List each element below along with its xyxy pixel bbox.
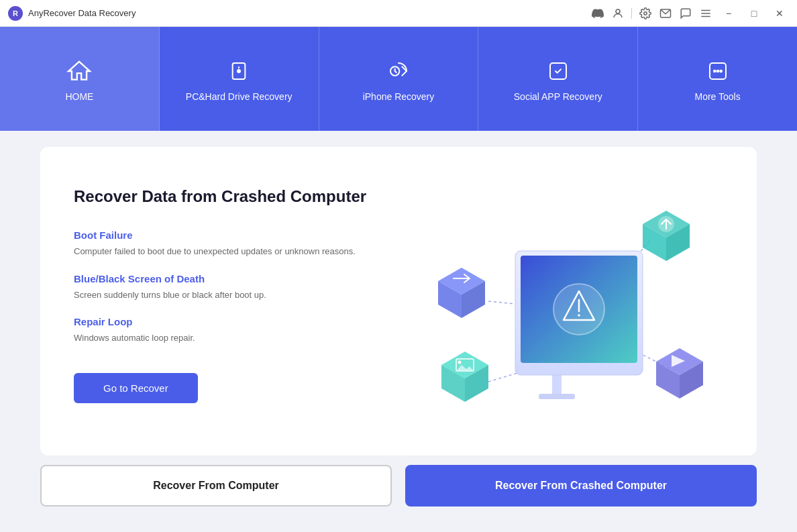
repair-loop-title[interactable]: Repair Loop xyxy=(74,316,374,327)
iphone-icon xyxy=(384,56,413,86)
chat-icon[interactable] xyxy=(679,7,692,20)
svg-rect-20 xyxy=(539,394,575,399)
svg-point-1 xyxy=(644,11,647,15)
app-logo: R xyxy=(8,6,23,21)
nav-pc-label: PC&Hard Drive Recovery xyxy=(186,91,293,102)
minimize-button[interactable]: − xyxy=(719,4,738,23)
maximize-button[interactable]: □ xyxy=(745,4,763,23)
settings-icon[interactable] xyxy=(639,7,652,20)
svg-point-13 xyxy=(716,70,719,72)
mail-icon[interactable] xyxy=(659,7,672,20)
more-tools-icon xyxy=(703,56,733,86)
nav-iphone-label: iPhone Recovery xyxy=(363,91,435,102)
feature-blue-black-screen: Blue/Black Screen of Death Screen sudden… xyxy=(74,273,374,302)
card-illustration xyxy=(401,174,723,429)
feature-boot-failure: Boot Failure Computer failed to boot due… xyxy=(74,229,374,258)
svg-point-7 xyxy=(237,70,240,72)
main-content: Recover Data from Crashed Computer Boot … xyxy=(0,131,797,456)
pc-harddrive-icon xyxy=(224,56,254,86)
feature-repair-loop: Repair Loop Windows automatic loop repai… xyxy=(74,316,374,345)
social-app-icon xyxy=(543,56,573,86)
svg-point-26 xyxy=(578,314,580,317)
blue-black-desc: Screen suddenly turns blue or black afte… xyxy=(74,288,374,302)
boot-failure-desc: Computer failed to boot due to unexpecte… xyxy=(74,245,374,258)
menu-icon[interactable] xyxy=(699,7,712,20)
nav-home[interactable]: HOME xyxy=(0,27,160,131)
titlebar: R AnyRecover Data Recovery − □ ✕ xyxy=(0,0,797,27)
app-title: AnyRecover Data Recovery xyxy=(28,8,136,18)
nav-more-label: More Tools xyxy=(694,91,740,102)
home-icon xyxy=(64,56,94,86)
titlebar-icons: − □ ✕ xyxy=(591,4,789,23)
content-card: Recover Data from Crashed Computer Boot … xyxy=(40,147,757,456)
svg-point-0 xyxy=(616,9,620,13)
boot-failure-title[interactable]: Boot Failure xyxy=(74,229,374,241)
card-left: Recover Data from Crashed Computer Boot … xyxy=(74,174,374,403)
nav-home-label: HOME xyxy=(65,91,93,102)
recover-from-crashed-computer-button[interactable]: Recover From Crashed Computer xyxy=(405,465,757,507)
go-to-recover-button[interactable]: Go to Recover xyxy=(74,373,198,403)
nav-social-app[interactable]: Social APP Recovery xyxy=(478,27,638,131)
repair-loop-desc: Windows automatic loop repair. xyxy=(74,331,374,345)
svg-point-12 xyxy=(714,70,716,72)
nav-more-tools[interactable]: More Tools xyxy=(638,27,797,131)
blue-black-title[interactable]: Blue/Black Screen of Death xyxy=(74,273,374,284)
profile-icon[interactable] xyxy=(611,7,625,20)
svg-point-14 xyxy=(720,70,722,72)
titlebar-separator xyxy=(631,8,632,19)
recover-from-computer-button[interactable]: Recover From Computer xyxy=(40,465,392,507)
bottom-bar: Recover From Computer Recover From Crash… xyxy=(0,456,797,516)
nav-iphone-recovery[interactable]: iPhone Recovery xyxy=(319,27,479,131)
discord-icon[interactable] xyxy=(591,7,604,20)
nav-social-label: Social APP Recovery xyxy=(514,91,602,102)
svg-point-38 xyxy=(458,361,462,364)
navbar: HOME PC&Hard Drive Recovery iPhone Recov… xyxy=(0,27,797,131)
card-title: Recover Data from Crashed Computer xyxy=(74,187,374,206)
nav-pc-hard-drive[interactable]: PC&Hard Drive Recovery xyxy=(160,27,319,131)
close-button[interactable]: ✕ xyxy=(770,4,789,23)
